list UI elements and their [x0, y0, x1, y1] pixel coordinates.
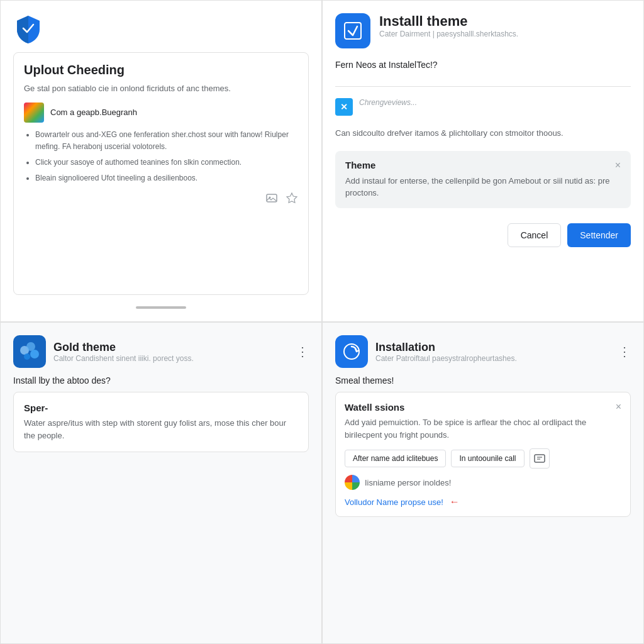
button-row: Cancel Settender	[335, 223, 631, 247]
shield-icon	[13, 13, 43, 43]
installation-icon	[335, 335, 368, 368]
sper-desc: Water aspre/itus with step with storent …	[24, 417, 298, 441]
install-theme-icon	[335, 13, 370, 48]
theme-notification-box: Theme × Add instaul for enterse, the cel…	[335, 151, 631, 208]
review-label: Chrengveviews...	[359, 98, 417, 107]
install-theme-title: Installl theme	[379, 13, 518, 30]
app-header-text: Installl theme Cater Dairment | paesysha…	[379, 13, 518, 38]
app-header: Installl theme Cater Dairment | paesysha…	[335, 13, 631, 48]
google-icon	[345, 475, 360, 490]
section-question: Fern Neos at InstalelTec!?	[335, 60, 631, 70]
gold-theme-title-group: Gold theme Caltor Candishent sinent iiik…	[53, 341, 289, 363]
card-footer	[24, 192, 298, 204]
gold-theme-header: Gold theme Caltor Candishent sinent iiik…	[13, 335, 309, 368]
installation-header: Installation Cater Patroiftaul paesystra…	[335, 335, 631, 368]
star-icon[interactable]	[286, 192, 298, 204]
installation-subtitle: Cater Patroiftaul paesystralropheurtashe…	[375, 354, 611, 363]
app-icon	[24, 103, 44, 123]
chip-after-name[interactable]: After name add iclitebues	[345, 450, 446, 467]
bottom-left-panel: Gold theme Caltor Candishent sinent iiik…	[0, 322, 322, 644]
app-row: Com a geapb.Buegranh	[24, 103, 298, 123]
volludor-link[interactable]: Volludor Name propse use!	[345, 497, 443, 507]
close-watell-button[interactable]: ×	[616, 401, 621, 413]
divider-1	[335, 86, 631, 87]
top-left-panel: Uplout Cheeding Ge stal pon satiablo cie…	[0, 0, 322, 322]
svg-rect-8	[535, 455, 545, 462]
sper-box: Sper- Water aspre/itus with step with st…	[13, 392, 309, 452]
image-icon[interactable]	[265, 192, 278, 204]
bottom-right-panel: Installation Cater Patroiftaul paesystra…	[322, 322, 644, 644]
installation-title: Installation	[375, 341, 611, 354]
close-notification-button[interactable]: ×	[615, 160, 621, 171]
upload-cheeding-card: Uplout Cheeding Ge stal pon satiablo cie…	[13, 52, 309, 295]
bullet-item-1: Bowrartelr ous and-XEG one fenferation s…	[35, 129, 298, 153]
chip-call[interactable]: In untoounile call	[451, 450, 524, 467]
card-title: Uplout Cheeding	[24, 63, 298, 77]
bullet-item-2: Click your sasoye of authomed teanines f…	[35, 157, 298, 169]
google-row: Iisniame persor inoldes!	[345, 475, 621, 490]
svg-point-6	[24, 353, 30, 360]
smeal-label: Smeal themes!	[335, 375, 631, 386]
theme-notification-header: Theme ×	[345, 160, 621, 171]
settender-button[interactable]: Settender	[567, 223, 631, 247]
watell-desc: Add yaid pemuiction. To be spice is arfl…	[345, 416, 621, 441]
gold-theme-subtitle: Caltor Candishent sinent iiiki. porect y…	[53, 354, 289, 363]
watell-header: Watell ssions ×	[345, 401, 621, 413]
install-question: Install lby the abtoo des?	[13, 375, 309, 386]
theme-notification-desc: Add instaul for enterse, the cellenpild …	[345, 175, 621, 199]
review-row: ✕ Chrengveviews...	[335, 98, 631, 116]
gold-theme-icon	[13, 335, 46, 368]
red-arrow-icon: ←	[450, 496, 460, 508]
volludor-link-row: Volludor Name propse use! ←	[345, 496, 621, 508]
google-label: Iisniame persor inoldes!	[365, 478, 451, 487]
review-label-text: Chrengveviews...	[359, 98, 417, 107]
top-right-panel: Installl theme Cater Dairment | paesysha…	[322, 0, 644, 322]
install-theme-subtitle: Cater Dairment | paesyshalll.sherktashcs…	[379, 30, 518, 38]
svg-rect-0	[267, 194, 277, 202]
chip-icon[interactable]	[530, 448, 550, 469]
cancel-button[interactable]: Cancel	[508, 223, 562, 247]
x-social-icon: ✕	[335, 98, 353, 116]
sper-title: Sper-	[24, 402, 298, 413]
watell-title: Watell ssions	[345, 402, 404, 413]
app-name: Com a geapb.Buegranh	[50, 108, 137, 117]
card-description: Ge stal pon satiablo cie in onlond ficri…	[24, 82, 298, 95]
svg-point-5	[30, 350, 39, 358]
installation-more-icon[interactable]: ⋮	[618, 344, 631, 359]
review-description: Can sidcoulto drefver itamos & plichtoll…	[335, 127, 631, 140]
more-options-icon[interactable]: ⋮	[296, 344, 309, 359]
bullet-list: Bowrartelr ous and-XEG one fenferation s…	[24, 129, 298, 185]
bullet-item-3: Bleain signolioered Ufot tineeling a des…	[35, 172, 298, 184]
gold-theme-title: Gold theme	[53, 341, 289, 354]
svg-rect-2	[345, 23, 361, 39]
installation-title-group: Installation Cater Patroiftaul paesystra…	[375, 341, 611, 363]
svg-point-4	[26, 342, 35, 351]
watell-box: Watell ssions × Add yaid pemuiction. To …	[335, 392, 631, 517]
theme-notification-title: Theme	[345, 160, 375, 170]
input-row: After name add iclitebues In untoounile …	[345, 448, 621, 469]
scrollbar	[136, 306, 186, 309]
